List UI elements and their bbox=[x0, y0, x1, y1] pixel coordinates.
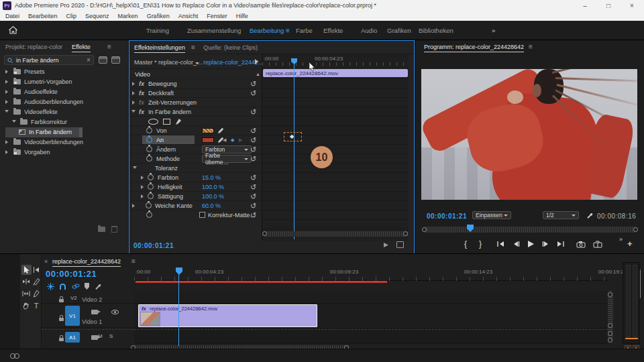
disclosure-triangle[interactable] bbox=[141, 176, 144, 180]
next-clip-arrow-icon[interactable] bbox=[254, 59, 258, 64]
video-frame[interactable] bbox=[421, 69, 637, 200]
step-forward-button[interactable] bbox=[540, 239, 551, 249]
reset-icon[interactable]: ↺ bbox=[250, 212, 256, 219]
track-output-icon[interactable] bbox=[91, 335, 98, 340]
disclosure-triangle[interactable] bbox=[5, 150, 8, 154]
ec-horizontal-scrollbar[interactable] bbox=[262, 231, 409, 237]
type-tool[interactable]: T bbox=[32, 301, 41, 310]
menu-bearbeiten[interactable]: Bearbeiten bbox=[28, 13, 58, 19]
lock-icon[interactable] bbox=[59, 338, 64, 341]
reset-icon[interactable]: ↺ bbox=[250, 184, 256, 190]
timeline-ruler[interactable]: :00:00 00:00:04:23 00:00:09:23 00:00:14:… bbox=[134, 266, 608, 281]
nested-sequence-icon[interactable] bbox=[47, 283, 54, 290]
mark-out-button[interactable]: } bbox=[475, 239, 486, 249]
scrollbar-handle[interactable] bbox=[262, 231, 267, 236]
reset-icon[interactable]: ↺ bbox=[250, 90, 256, 97]
panel-menu-icon[interactable]: ≡ bbox=[529, 43, 532, 50]
workspace-tab-zusammenstellung[interactable]: Zusammenstellung bbox=[187, 27, 241, 34]
minimize-button[interactable]: – bbox=[576, 0, 594, 11]
transport-overflow-icon[interactable]: » bbox=[619, 236, 623, 243]
sattigung-value[interactable]: 100.0 % bbox=[202, 193, 224, 200]
selection-tool[interactable] bbox=[21, 265, 31, 274]
scrubber-handle-left[interactable] bbox=[422, 227, 427, 232]
keyframe-diamond-icon[interactable]: ◆ bbox=[290, 133, 294, 139]
tab-programm[interactable]: Programm: replace-color_224428642 bbox=[424, 44, 524, 52]
ec-row-sattigung[interactable]: Sättigung 100.0 % ↺ bbox=[129, 192, 261, 201]
disclosure-triangle[interactable] bbox=[5, 110, 9, 113]
export-frame-button[interactable] bbox=[576, 239, 586, 249]
program-scrubber[interactable] bbox=[423, 227, 637, 233]
32bit-color-filter-icon[interactable] bbox=[111, 56, 120, 64]
timeline-timecode[interactable]: 00:00:01:21 bbox=[46, 269, 97, 279]
ec-playhead-line[interactable] bbox=[294, 64, 294, 239]
step-back-button[interactable] bbox=[511, 239, 521, 249]
workspace-tab-farbe[interactable]: Farbe bbox=[296, 27, 313, 34]
stopwatch-icon[interactable] bbox=[146, 202, 152, 208]
zoom-button[interactable] bbox=[608, 331, 612, 336]
disclosure-triangle[interactable] bbox=[132, 91, 135, 95]
stopwatch-icon[interactable] bbox=[148, 174, 154, 180]
von-color-swatch[interactable] bbox=[202, 128, 214, 133]
ec-row-korrektur-matte[interactable]: Korrektur-Matte… ↺ bbox=[129, 210, 261, 220]
timeline-settings-wrench-icon[interactable] bbox=[95, 283, 102, 290]
disclosure-triangle[interactable] bbox=[5, 90, 8, 94]
scrubber-handle-right[interactable] bbox=[633, 227, 638, 232]
disclosure-triangle[interactable] bbox=[5, 100, 8, 104]
lock-icon[interactable] bbox=[59, 299, 64, 302]
lock-icon[interactable] bbox=[59, 318, 64, 321]
lane-v2[interactable] bbox=[134, 291, 608, 304]
track-visibility-eye-icon[interactable] bbox=[111, 310, 119, 314]
rectangle-mask-icon[interactable] bbox=[163, 119, 170, 125]
ec-row-farbton[interactable]: Farbton 15.0 % ↺ bbox=[129, 173, 261, 182]
menu-sequenz[interactable]: Sequenz bbox=[85, 13, 109, 19]
add-keyframe-icon[interactable]: ◆ bbox=[231, 137, 234, 143]
workspace-tab-audio[interactable]: Audio bbox=[361, 27, 377, 34]
workspace-tab-bibliotheken[interactable]: Bibliotheken bbox=[419, 27, 453, 34]
track-id[interactable]: V2 bbox=[70, 295, 77, 301]
go-to-in-button[interactable] bbox=[495, 239, 506, 249]
timeline-playhead-line[interactable] bbox=[178, 274, 179, 346]
eyedropper-icon[interactable] bbox=[217, 127, 224, 134]
go-to-out-button[interactable] bbox=[555, 239, 566, 249]
settings-wrench-icon[interactable] bbox=[586, 212, 594, 219]
workspace-tab-training[interactable]: Training bbox=[146, 27, 169, 34]
menu-hilfe[interactable]: Hilfe bbox=[236, 13, 248, 19]
timeline-clip[interactable]: fx replace-color_224428642.mov bbox=[138, 304, 317, 327]
playback-resolution-dropdown[interactable]: 1/2 bbox=[543, 211, 579, 219]
disclosure-triangle[interactable] bbox=[132, 101, 135, 105]
accelerated-effects-filter-icon[interactable] bbox=[99, 56, 107, 64]
home-icon[interactable] bbox=[8, 25, 18, 35]
scrollbar-handle[interactable] bbox=[608, 323, 612, 328]
maximize-button[interactable]: □ bbox=[599, 0, 618, 11]
add-button-icon[interactable]: + bbox=[627, 239, 633, 249]
chevron-down-icon[interactable] bbox=[195, 62, 199, 64]
disclosure-triangle[interactable] bbox=[141, 185, 144, 189]
timeline-tab-close-icon[interactable]: × bbox=[44, 258, 48, 265]
workspace-tab-bearbeitung[interactable]: Bearbeitung bbox=[250, 27, 284, 34]
methode-dropdown[interactable]: Farbe überne… bbox=[202, 155, 252, 163]
tab-effekte[interactable]: Effekte bbox=[72, 44, 91, 52]
effects-search-box[interactable]: in Farbe ändern × bbox=[4, 55, 94, 65]
tab-projekt[interactable]: Projekt: replace-color bbox=[5, 44, 62, 50]
stopwatch-icon[interactable] bbox=[148, 184, 154, 190]
workspace-tab-grafiken[interactable]: Grafiken bbox=[387, 27, 411, 34]
workspace-tab-menu-icon[interactable]: ≡ bbox=[286, 27, 290, 34]
link-media-icon[interactable] bbox=[9, 353, 20, 359]
ec-row-von[interactable]: Von ↺ bbox=[129, 126, 261, 135]
lane-a1[interactable] bbox=[134, 329, 608, 344]
menu-fenster[interactable]: Fenster bbox=[207, 13, 227, 19]
track-header-v1[interactable]: V1 Video 1 bbox=[42, 304, 134, 328]
ec-row-an[interactable]: An ◀ ◆ ▶ ↺ bbox=[129, 135, 261, 145]
tree-item-videouberblendungen[interactable]: Videoüberblendungen bbox=[0, 137, 128, 147]
play-audio-icon[interactable] bbox=[383, 242, 389, 248]
ec-timecode[interactable]: 00:00:01:21 bbox=[133, 242, 174, 249]
workspace-overflow-icon[interactable]: » bbox=[492, 27, 495, 34]
panel-menu-icon[interactable]: ≡ bbox=[107, 43, 111, 50]
ellipse-mask-icon[interactable] bbox=[148, 119, 158, 125]
scrollbar-handle[interactable] bbox=[403, 231, 408, 236]
farbton-value[interactable]: 15.0 % bbox=[202, 174, 221, 181]
stopwatch-icon[interactable] bbox=[146, 146, 152, 152]
tree-item-in-farbe-andern[interactable]: In Farbe ändern bbox=[0, 127, 128, 137]
tab-quelle[interactable]: Quelle: (keine Clips) bbox=[203, 44, 258, 51]
disclosure-triangle[interactable] bbox=[132, 204, 135, 208]
